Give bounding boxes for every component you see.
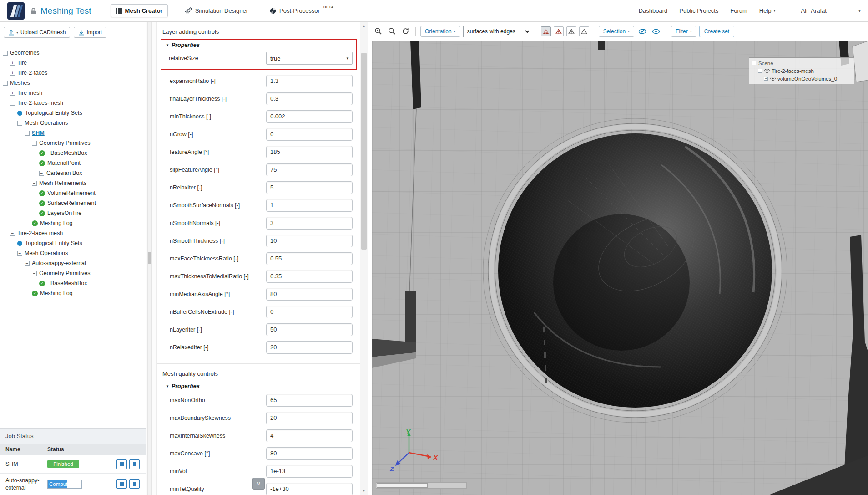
tree-item-tire-2-faces-mesh[interactable]: −Tire-2-faces mesh [0,228,146,238]
property-input[interactable] [266,394,353,407]
collapse-minus-icon[interactable]: − [25,131,30,136]
tree-item-volumerefinement[interactable]: ✓VolumeRefinement [0,188,146,198]
panel-scrollbar[interactable]: ▲ ▼ [360,22,368,495]
collapse-minus-icon[interactable]: − [3,81,8,86]
zoom-box-icon[interactable] [373,26,384,37]
property-input[interactable] [266,75,353,87]
tree-item-tire-2-faces-mesh[interactable]: −Tire-2-faces-mesh [0,98,146,108]
scrollbar-thumb[interactable] [377,483,428,488]
property-input[interactable] [266,323,353,336]
expand-plus-icon[interactable]: + [10,71,15,76]
collapse-minus-icon[interactable]: − [17,251,22,256]
tree-item-topological-entity-sets[interactable]: Topological Entity Sets [0,238,146,248]
tab-simulation-designer[interactable]: Simulation Designer [180,4,253,17]
scroll-up-arrow-icon[interactable]: ▲ [360,24,368,28]
properties-group-toggle[interactable]: ▼Properties [161,40,356,50]
tree-item-geometry-primitives[interactable]: −Geometry Primitives [0,138,146,148]
collapse-minus-icon[interactable]: − [752,61,756,65]
upload-cad-button[interactable]: ▾ Upload CAD/mesh [4,27,70,38]
property-input[interactable] [266,341,353,354]
property-input[interactable] [266,483,353,495]
viewport-horizontal-scrollbar[interactable] [376,482,467,489]
tree-item-layersontire[interactable]: ✓LayersOnTire [0,208,146,218]
mesh-render[interactable] [372,41,868,495]
property-input[interactable] [266,288,353,301]
property-input[interactable] [266,110,353,123]
tree-item-surfacerefinement[interactable]: ✓SurfaceRefinement [0,198,146,208]
tree-item-auto-snappy-external[interactable]: −Auto-snappy-external [0,258,146,268]
nav-link-forum[interactable]: Forum [730,7,747,14]
create-set-button[interactable]: Create set [699,26,734,37]
property-input[interactable] [266,199,353,212]
import-button[interactable]: Import [74,27,106,38]
collapse-minus-icon[interactable]: − [10,101,15,106]
collapse-minus-icon[interactable]: − [17,121,22,126]
display-mode-select[interactable]: surfaces with edges [463,26,531,37]
property-input[interactable] [266,163,353,176]
render-wire-icon[interactable] [566,26,576,36]
scrollbar-thumb[interactable] [148,252,151,264]
collapse-minus-icon[interactable]: − [32,141,37,146]
scene-item-tire-2-faces-mesh[interactable]: −Tire-2-faces-mesh [758,67,851,75]
app-logo-icon[interactable] [7,2,25,20]
collapse-minus-icon[interactable]: − [758,69,762,73]
tree-item-shm[interactable]: −SHM [0,128,146,138]
expand-plus-icon[interactable]: + [10,61,15,66]
collapse-minus-icon[interactable]: − [10,231,15,236]
property-input[interactable] [266,146,353,158]
tree-item-cartesian-box[interactable]: −Cartesian Box [0,168,146,178]
render-outline-icon[interactable] [579,26,589,36]
tree-item-meshes[interactable]: −Meshes [0,78,146,88]
collapse-minus-icon[interactable]: − [32,271,37,276]
eye-off-icon[interactable] [637,26,648,37]
collapse-minus-icon[interactable]: − [25,261,30,266]
scroll-down-button[interactable]: ∨ [252,478,265,490]
tab-mesh-creator[interactable]: Mesh Creator [111,4,168,17]
tree-item-topological-entity-sets[interactable]: Topological Entity Sets [0,108,146,118]
job-cancel-button[interactable] [129,459,140,469]
tree-item-tire[interactable]: +Tire [0,58,146,68]
tree-item-mesh-operations[interactable]: −Mesh Operations [0,248,146,258]
user-chevron-down-icon[interactable]: ▾ [858,8,861,13]
collapse-minus-icon[interactable]: − [39,171,44,176]
property-input[interactable] [266,235,353,247]
property-input[interactable] [266,465,353,478]
tree-item-tire-mesh[interactable]: +Tire mesh [0,88,146,98]
refresh-icon[interactable] [400,26,411,37]
zoom-fit-icon[interactable] [386,26,397,37]
property-input[interactable] [266,270,353,283]
property-input[interactable] [266,447,353,460]
collapse-minus-icon[interactable]: − [3,51,8,56]
render-solid-wire-icon[interactable] [554,26,564,36]
properties-group-toggle[interactable]: ▼Properties [157,381,360,391]
tree-item-meshing-log[interactable]: ✓Meshing Log [0,218,146,228]
tree-item-tire-2-faces[interactable]: +Tire-2-faces [0,68,146,78]
tree-item-basemeshbox[interactable]: ✓_BaseMeshBox [0,278,146,288]
property-input[interactable] [266,306,353,318]
tree-item-geometries[interactable]: −Geometries [0,48,146,58]
expand-plus-icon[interactable]: + [764,77,768,81]
property-input[interactable] [266,128,353,141]
user-menu[interactable]: Ali_Arafat [801,7,827,14]
collapse-minus-icon[interactable]: − [32,181,37,186]
render-solid-icon[interactable] [541,26,551,36]
job-cancel-button[interactable] [129,479,140,489]
tree-item-basemeshbox[interactable]: ✓_BaseMeshBox [0,148,146,158]
scene-root-item[interactable]: −Scene [752,59,851,67]
property-select[interactable]: true [266,52,353,65]
job-stop-button[interactable] [116,459,127,469]
job-stop-button[interactable] [116,479,127,489]
tree-item-meshing-log[interactable]: ✓Meshing Log [0,288,146,298]
nav-link-public-projects[interactable]: Public Projects [679,7,718,14]
property-input[interactable] [266,252,353,265]
visibility-eye-icon[interactable] [770,77,776,81]
visibility-eye-icon[interactable] [764,69,770,73]
property-input[interactable] [266,217,353,230]
tree-item-mesh-operations[interactable]: −Mesh Operations [0,118,146,128]
property-input[interactable] [266,429,353,442]
expand-plus-icon[interactable]: + [10,91,15,96]
property-input[interactable] [266,412,353,424]
tree-item-geometry-primitives[interactable]: −Geometry Primitives [0,268,146,278]
scene-item-volumeongeovolumes-0[interactable]: +volumeOnGeoVolumes_0 [764,75,851,82]
property-input[interactable] [266,181,353,194]
